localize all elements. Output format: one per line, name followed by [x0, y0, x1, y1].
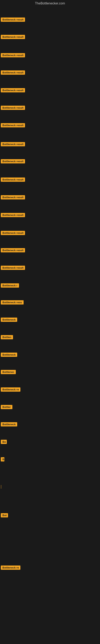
result-row-15: Bottleneck result [1, 266, 25, 271]
site-title: TheBottlenecker.com [0, 0, 100, 6]
bottleneck-badge-24[interactable]: Bottleneck [1, 422, 17, 426]
result-row-23: Bottler [1, 405, 12, 410]
result-row-6: Bottleneck result [1, 106, 25, 111]
result-row-14: Bottleneck result [1, 248, 25, 253]
bottleneck-badge-16[interactable]: Bottleneck r [1, 283, 19, 288]
result-row-17: Bottleneck resu [1, 300, 24, 305]
bottleneck-badge-28[interactable]: Bot [1, 513, 8, 518]
result-row-12: Bottleneck result [1, 213, 25, 218]
result-row-22: Bottleneck re [1, 388, 20, 392]
bottleneck-badge-22[interactable]: Bottleneck re [1, 388, 20, 392]
bottleneck-badge-6[interactable]: Bottleneck result [1, 106, 25, 110]
result-row-1: Bottleneck result [1, 18, 25, 22]
bottleneck-badge-11[interactable]: Bottleneck result [1, 195, 25, 200]
bottleneck-badge-5[interactable]: Bottleneck result [1, 88, 25, 92]
bottleneck-badge-7[interactable]: Bottleneck result [1, 123, 25, 128]
bottleneck-badge-25[interactable]: Bo [1, 440, 7, 444]
bottleneck-badge-13[interactable]: Bottleneck result [1, 231, 25, 235]
bottleneck-badge-19[interactable]: Bottlen [1, 335, 13, 339]
result-row-21: Bottlenec [1, 370, 16, 375]
result-row-24: Bottleneck [1, 422, 17, 427]
result-row-9: Bottleneck result [1, 159, 25, 164]
bottleneck-badge-9[interactable]: Bottleneck result [1, 159, 25, 164]
result-row-18: Bottleneck [1, 318, 17, 322]
bottleneck-badge-29[interactable]: Bottleneck re [1, 566, 20, 570]
result-row-28: Bot [1, 513, 8, 518]
result-row-25: Bo [1, 440, 7, 445]
result-row-3: Bottleneck result [1, 53, 25, 58]
result-row-20: Bottleneck [1, 352, 17, 358]
result-row-7: Bottleneck result [1, 123, 25, 128]
bottleneck-badge-1[interactable]: Bottleneck result [1, 18, 25, 22]
bottleneck-badge-15[interactable]: Bottleneck result [1, 266, 25, 270]
bottleneck-badge-21[interactable]: Bottlenec [1, 370, 16, 374]
page-container: TheBottlenecker.com Bottleneck resultBot… [0, 0, 100, 644]
bottleneck-badge-12[interactable]: Bottleneck result [1, 213, 25, 217]
result-row-19: Bottlen [1, 335, 13, 340]
result-row-10: Bottleneck result [1, 178, 25, 182]
bottleneck-badge-14[interactable]: Bottleneck result [1, 248, 25, 252]
bottleneck-badge-3[interactable]: Bottleneck result [1, 53, 25, 57]
result-row-27 [1, 485, 1, 489]
bottleneck-badge-2[interactable]: Bottleneck result [1, 35, 25, 39]
bottleneck-badge-18[interactable]: Bottleneck [1, 318, 17, 322]
bottleneck-badge-17[interactable]: Bottleneck resu [1, 300, 24, 304]
result-row-8: Bottleneck result [1, 142, 25, 147]
result-row-13: Bottleneck result [1, 231, 25, 236]
bottleneck-badge-23[interactable]: Bottler [1, 405, 12, 409]
bottleneck-badge-4[interactable]: Bottleneck result [1, 70, 25, 75]
result-row-2: Bottleneck result [1, 35, 25, 40]
result-row-16: Bottleneck r [1, 283, 19, 288]
result-row-11: Bottleneck result [1, 195, 25, 200]
bottleneck-badge-10[interactable]: Bottleneck result [1, 178, 25, 182]
bottleneck-badge-20[interactable]: Bottleneck [1, 352, 17, 357]
bottleneck-badge-26[interactable]: B [1, 457, 4, 462]
result-row-4: Bottleneck result [1, 70, 25, 76]
result-row-29: Bottleneck re [1, 566, 20, 570]
bottleneck-badge-8[interactable]: Bottleneck result [1, 142, 25, 146]
result-row-26: B [1, 457, 4, 462]
result-row-5: Bottleneck result [1, 88, 25, 93]
